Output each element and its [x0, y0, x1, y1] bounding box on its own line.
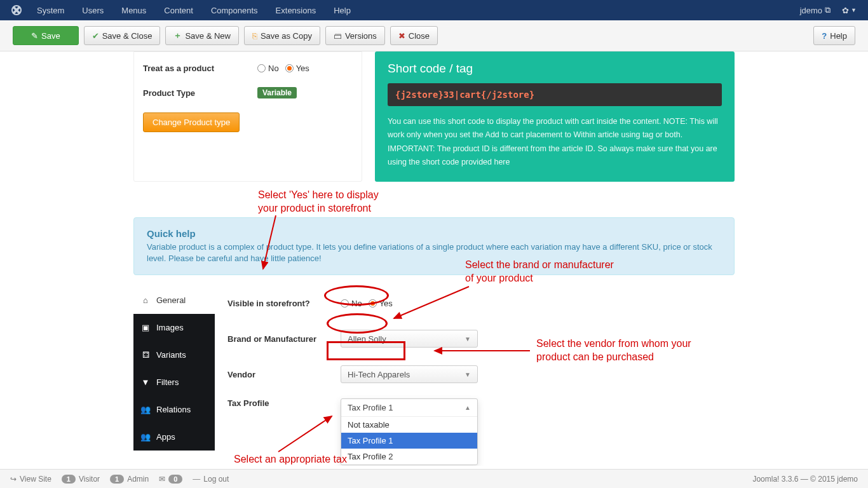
tab-relations[interactable]: 👥 Relations — [133, 396, 215, 423]
brand-select-value: Allen Solly — [348, 334, 386, 344]
brand-select[interactable]: Allen Solly ▼ — [341, 330, 478, 348]
save-label: Save — [41, 31, 60, 41]
tax-option-not-taxable[interactable]: Not taxable — [341, 417, 477, 433]
user-label: jdemo — [800, 6, 822, 15]
change-product-type-button[interactable]: Change Product type — [143, 112, 240, 132]
vendor-label: Vendor — [227, 370, 341, 379]
visible-label: Visible in storefront? — [227, 299, 341, 308]
save-new-button[interactable]: ＋ Save & New — [165, 26, 239, 45]
visible-yes-radio[interactable] — [369, 299, 377, 308]
versions-button[interactable]: 🗃 Versions — [325, 26, 385, 45]
tab-variants[interactable]: ⚃ Variants — [133, 341, 215, 369]
help-icon: ? — [822, 31, 827, 41]
navbar-user[interactable]: jdemo ⧉ — [795, 1, 836, 19]
product-tabs-sidebar: ⌂ General ▣ Images ⚃ Variants ▼ Filters … — [133, 287, 215, 451]
plus-icon: ＋ — [173, 30, 182, 41]
tax-option-1[interactable]: Tax Profile 1 — [341, 433, 477, 449]
top-navbar: System Users Menus Content Components Ex… — [0, 0, 868, 20]
annotation-4: Select an appropriate tax profile for th… — [234, 453, 347, 466]
visible-yes-label: Yes — [379, 299, 393, 308]
nav-users[interactable]: Users — [73, 1, 112, 20]
chevron-up-icon: ▲ — [465, 404, 471, 411]
vendor-select[interactable]: Hi-Tech Apparels ▼ — [341, 365, 478, 383]
brand-label: Brand or Manufacturer — [227, 334, 341, 344]
tab-relations-label: Relations — [156, 405, 191, 414]
check-icon: ✔ — [92, 31, 99, 41]
chevron-down-icon: ▼ — [465, 336, 471, 342]
tab-apps-label: Apps — [156, 432, 175, 442]
image-icon: ▣ — [141, 323, 150, 332]
shortcode-title: Short code / tag — [388, 62, 722, 76]
shortcode-help: You can use this short code to display t… — [388, 115, 722, 169]
quick-help-body: Variable product is a complex of product… — [147, 241, 721, 264]
product-basic-panel: Treat as a product No Yes Product Type V… — [133, 51, 362, 182]
quick-help-title: Quick help — [147, 228, 721, 239]
archive-icon: 🗃 — [334, 31, 342, 41]
product-type-badge: Variable — [257, 87, 297, 98]
annotation-1: Select 'Yes' here to display your produc… — [258, 189, 379, 215]
svg-line-3 — [278, 416, 332, 452]
nav-menus[interactable]: Menus — [112, 1, 155, 20]
tax-selected: Tax Profile 1 — [348, 403, 393, 412]
joomla-logo-icon[interactable] — [10, 4, 23, 17]
shortcode-value: {j2store}33|cart{/j2store} — [388, 83, 722, 106]
apps-icon: 👥 — [141, 432, 150, 442]
treat-yes-label: Yes — [296, 64, 309, 73]
tab-general-label: General — [156, 295, 186, 305]
treat-no-radio[interactable] — [257, 64, 266, 72]
action-toolbar: ✎ Save ✔ Save & Close ＋ Save & New ⎘ Sav… — [0, 20, 868, 51]
versions-label: Versions — [345, 31, 377, 41]
variants-icon: ⚃ — [141, 350, 150, 360]
product-type-label: Product Type — [143, 88, 257, 98]
nav-components[interactable]: Components — [202, 1, 267, 20]
nav-extensions[interactable]: Extensions — [267, 1, 325, 20]
filter-icon: ▼ — [141, 377, 150, 387]
product-general-form: Visible in storefront? No Yes Brand or M… — [215, 287, 735, 451]
relations-icon: 👥 — [141, 405, 150, 414]
save-close-button[interactable]: ✔ Save & Close — [84, 26, 161, 45]
tab-apps[interactable]: 👥 Apps — [133, 423, 215, 451]
quick-help-box: Quick help Variable product is a complex… — [133, 217, 735, 275]
save-copy-button[interactable]: ⎘ Save as Copy — [244, 26, 320, 45]
navbar-settings[interactable]: ✿ ▼ — [836, 2, 863, 19]
save-icon: ✎ — [31, 31, 38, 41]
visible-no-radio[interactable] — [341, 299, 349, 308]
chevron-down-icon: ▼ — [851, 7, 857, 13]
home-icon: ⌂ — [141, 295, 150, 305]
tab-images-label: Images — [156, 323, 184, 332]
treat-no-label: No — [268, 64, 279, 73]
copy-icon: ⎘ — [252, 31, 257, 41]
tab-general[interactable]: ⌂ General — [133, 287, 215, 314]
vendor-select-value: Hi-Tech Apparels — [348, 370, 410, 379]
gear-icon: ✿ — [842, 6, 849, 15]
navbar-menu: System Users Menus Content Components Ex… — [28, 1, 360, 20]
treat-yes-radio[interactable] — [285, 64, 294, 72]
cancel-icon: ✖ — [398, 31, 405, 41]
tax-option-2[interactable]: Tax Profile 2 — [341, 449, 477, 464]
tab-filters-label: Filters — [156, 377, 179, 387]
nav-content[interactable]: Content — [155, 1, 202, 20]
tab-variants-label: Variants — [156, 350, 186, 360]
tab-filters[interactable]: ▼ Filters — [133, 369, 215, 396]
close-label: Close — [409, 31, 430, 41]
tax-select-open[interactable]: Tax Profile 1 ▲ Not taxable Tax Profile … — [341, 398, 478, 465]
help-button[interactable]: ? Help — [813, 26, 855, 45]
tab-images[interactable]: ▣ Images — [133, 314, 215, 341]
save-copy-label: Save as Copy — [261, 31, 312, 41]
shortcode-panel: Short code / tag {j2store}33|cart{/j2sto… — [375, 51, 735, 182]
chevron-down-icon: ▼ — [465, 371, 471, 378]
nav-help[interactable]: Help — [325, 1, 360, 20]
external-link-icon: ⧉ — [825, 5, 831, 15]
tax-label: Tax Profile — [227, 398, 341, 408]
save-button[interactable]: ✎ Save — [13, 26, 79, 45]
help-label: Help — [830, 31, 847, 41]
visible-no-label: No — [351, 299, 362, 308]
nav-system[interactable]: System — [28, 1, 73, 20]
save-close-label: Save & Close — [102, 31, 153, 41]
close-button[interactable]: ✖ Close — [390, 26, 438, 45]
treat-as-product-label: Treat as a product — [143, 64, 257, 73]
save-new-label: Save & New — [185, 31, 231, 41]
